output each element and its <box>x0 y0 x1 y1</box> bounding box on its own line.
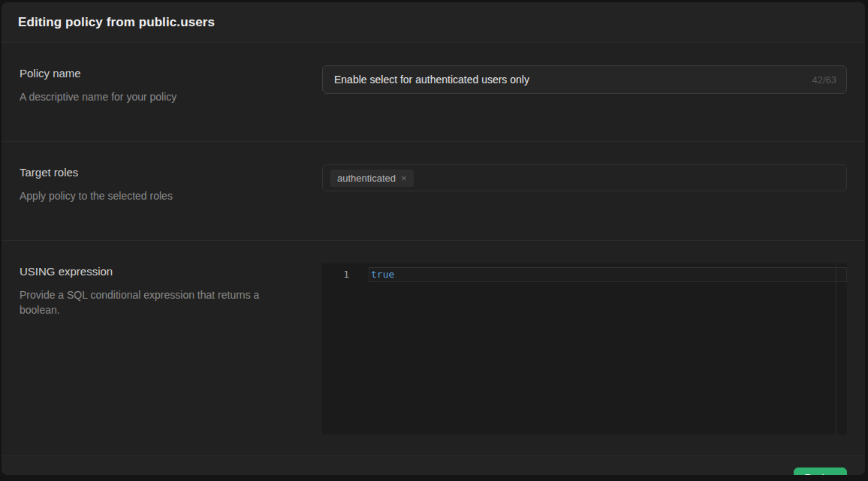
section-policy-name: Policy name A descriptive name for your … <box>2 43 865 141</box>
using-expression-label: USING expression <box>20 265 290 278</box>
policy-name-label: Policy name <box>20 67 290 80</box>
char-counter: 42/63 <box>812 74 836 86</box>
target-roles-description: Apply policy to the selected roles <box>20 188 290 203</box>
role-tag-authenticated: authenticated × <box>330 170 414 187</box>
section-target-roles: Target roles Apply policy to the selecte… <box>2 141 865 240</box>
sql-code-editor[interactable]: 1 true <box>322 263 847 434</box>
target-roles-label: Target roles <box>20 166 290 179</box>
dialog-header: Editing policy from public.users <box>2 2 865 43</box>
section-using-expression: USING expression Provide a SQL condition… <box>2 240 865 455</box>
remove-role-icon[interactable]: × <box>401 173 407 183</box>
policy-name-description: A descriptive name for your policy <box>20 89 290 104</box>
code-text: true <box>369 267 847 282</box>
target-roles-select[interactable]: authenticated × <box>322 164 847 191</box>
review-button[interactable]: Review <box>794 467 847 475</box>
using-expression-description: Provide a SQL conditional expression tha… <box>20 287 290 317</box>
dialog-footer: Review <box>2 455 865 475</box>
dialog-title: Editing policy from public.users <box>18 15 215 30</box>
role-tag-label: authenticated <box>337 173 396 184</box>
dialog-body: Policy name A descriptive name for your … <box>2 43 865 455</box>
edit-policy-dialog: Editing policy from public.users Policy … <box>2 2 865 475</box>
code-line: 1 true <box>322 267 847 282</box>
line-number: 1 <box>322 267 369 282</box>
editor-overview-ruler <box>836 263 836 434</box>
policy-name-input[interactable] <box>322 65 847 94</box>
